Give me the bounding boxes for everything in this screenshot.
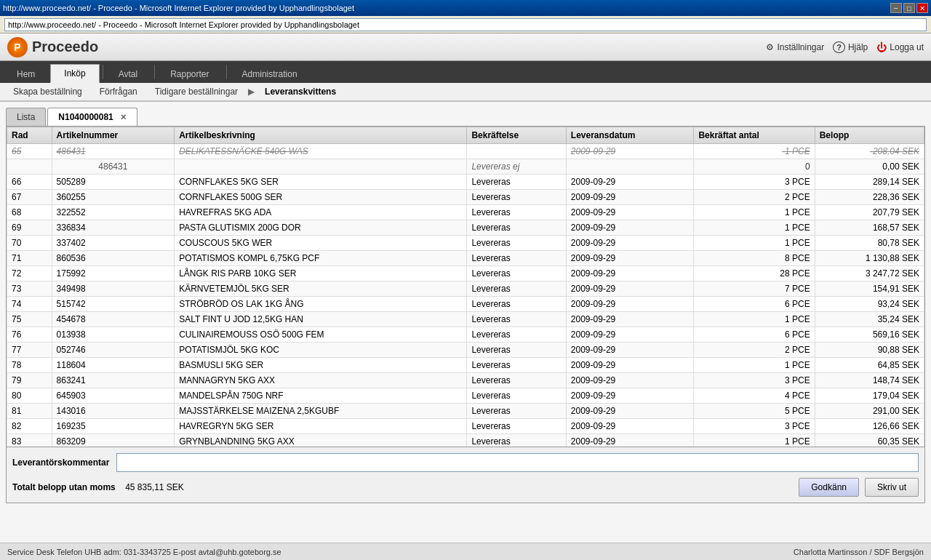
subnav-leverans[interactable]: Leveranskvittens [257,84,343,99]
col-header-leveransdatum: Leveransdatum [566,127,694,144]
nav-tab-hem[interactable]: Hem [3,65,49,83]
tab-order[interactable]: N1040000081 ✕ [47,108,137,126]
table-row: 81143016MAJSSTÄRKELSE MAIZENA 2,5KGUBFLe… [7,404,924,419]
col-header-artikelbeskrivning: Artikelbeskrivning [175,127,467,144]
table-container: Rad Artikelnummer Artikelbeskrivning Bek… [6,126,925,447]
help-icon: ? [833,41,845,53]
address-bar [0,16,931,33]
app-logo: P Proceedo [7,37,98,57]
col-header-artikelnummer: Artikelnummer [52,127,175,144]
main-content: Lista N1040000081 ✕ Rad Artikelnummer Ar… [0,102,931,543]
tab-bar: Lista N1040000081 ✕ [6,108,925,126]
nav-divider-2 [154,65,155,79]
minimize-button[interactable]: − [890,3,902,13]
nav-tab-rapporter[interactable]: Rapporter [156,65,223,83]
subnav-skapa[interactable]: Skapa beställning [6,84,89,99]
comment-label: Leverantörskommentar [12,457,109,468]
total-row: Totalt belopp utan moms 45 835,11 SEK Go… [12,478,919,497]
table-row: 72175992LÅNGK RIS PARB 10KG SERLevereras… [7,266,924,281]
tab-close-icon[interactable]: ✕ [120,113,127,121]
logout-label: Logga ut [890,42,924,52]
table-row: 70337402COUSCOUS 5KG WERLevereras2009-09… [7,236,924,251]
total-section: Totalt belopp utan moms 45 835,11 SEK [12,482,184,492]
settings-button[interactable]: ⚙ Inställningar [766,42,824,52]
close-button[interactable]: ✕ [916,3,928,13]
comment-row: Leverantörskommentar [12,453,919,472]
footer-left: Service Desk Telefon UHB adm: 031-334372… [7,548,281,556]
table-row: 66505289CORNFLAKES 5KG SERLevereras2009-… [7,175,924,190]
logout-button[interactable]: ⏻ Logga ut [876,41,924,53]
subnav-tidigare[interactable]: Tidigare beställningar [148,84,245,99]
nav-divider-3 [226,65,227,79]
table-row: 77052746POTATISMJÖL 5KG KOCLevereras2009… [7,343,924,358]
app-header: P Proceedo ⚙ Inställningar ? Hjälp ⏻ Log… [0,33,931,61]
table-scroll-area[interactable]: Rad Artikelnummer Artikelbeskrivning Bek… [7,127,924,447]
footer-right: Charlotta Martinsson / SDF Bergsjön [794,548,924,556]
main-nav: Hem Inköp Avtal Rapporter Administration [0,61,931,83]
total-amount: 45 835,11 SEK [125,482,184,492]
col-header-bekraftelse: Bekräftelse [467,127,566,144]
table-row: 67360255CORNFLAKES 500G SERLevereras2009… [7,190,924,205]
tab-order-label: N1040000081 [58,112,113,122]
table-row: 79863241MANNAGRYN 5KG AXXLevereras2009-0… [7,373,924,388]
address-input[interactable] [4,18,927,31]
table-row: 486431Levereras ej00,00 SEK [7,159,924,175]
col-header-belopp: Belopp [815,127,924,144]
nav-tab-inkop[interactable]: Inköp [50,64,99,83]
tab-lista[interactable]: Lista [6,108,46,126]
godkann-button[interactable]: Godkänn [799,478,859,497]
subnav-arrow: ▶ [248,87,255,97]
header-actions: ⚙ Inställningar ? Hjälp ⏻ Logga ut [766,41,924,53]
subnav-forfragning[interactable]: Förfrågan [92,84,145,99]
orders-table: Rad Artikelnummer Artikelbeskrivning Bek… [7,127,924,447]
table-row: 83863209GRYNBLANDNING 5KG AXXLevereras20… [7,434,924,447]
table-row: 75454678SALT FINT U JOD 12,5KG HANLevere… [7,312,924,327]
logo-text: Proceedo [32,39,98,55]
table-row: 68322552HAVREFRAS 5KG ADALevereras2009-0… [7,205,924,220]
logo-icon: P [7,37,28,57]
footer: Service Desk Telefon UHB adm: 031-334372… [0,543,931,560]
col-header-rad: Rad [7,127,52,144]
restore-button[interactable]: □ [903,3,915,13]
col-header-bekraftat-antal: Bekräftat antal [694,127,815,144]
nav-tab-administration[interactable]: Administration [228,65,311,83]
settings-label: Inställningar [777,42,824,52]
comment-input[interactable] [116,453,919,472]
bottom-section: Leverantörskommentar Totalt belopp utan … [6,447,925,503]
title-bar: http://www.proceedo.net/ - Proceedo - Mi… [0,0,931,16]
window-controls: − □ ✕ [890,3,928,13]
table-row: 65486431DELIKATESSNÄCKE 540G WAS2009-09-… [7,144,924,159]
action-buttons: Godkänn Skriv ut [799,478,919,497]
sub-nav: Skapa beställning Förfrågan Tidigare bes… [0,83,931,102]
window-title: http://www.proceedo.net/ - Proceedo - Mi… [3,4,890,12]
total-label: Totalt belopp utan moms [12,482,116,492]
table-row: 78118604BASMUSLI 5KG SERLevereras2009-09… [7,358,924,373]
table-row: 74515742STRÖBRÖD OS LAK 1KG ÅNGLevereras… [7,297,924,312]
logout-icon: ⏻ [876,41,887,53]
table-row: 69336834PASTA GLUTISMIX 200G DORLeverera… [7,220,924,236]
table-row: 71860536POTATISMOS KOMPL 6,75KG PCFLever… [7,251,924,266]
nav-tab-avtal[interactable]: Avtal [105,65,151,83]
table-row: 76013938CULINAIREMOUSS OSÖ 500G FEMLever… [7,327,924,343]
table-row: 73349498KÄRNVETEMJÖL 5KG SERLevereras200… [7,281,924,297]
help-label: Hjälp [848,42,868,52]
help-button[interactable]: ? Hjälp [833,41,868,53]
table-row: 80645903MANDELSPÅN 750G NRFLevereras2009… [7,388,924,404]
skriv-ut-button[interactable]: Skriv ut [865,478,919,497]
settings-icon: ⚙ [766,42,774,52]
nav-divider-1 [103,65,103,79]
table-row: 82169235HAVREGRYN 5KG SERLevereras2009-0… [7,419,924,434]
